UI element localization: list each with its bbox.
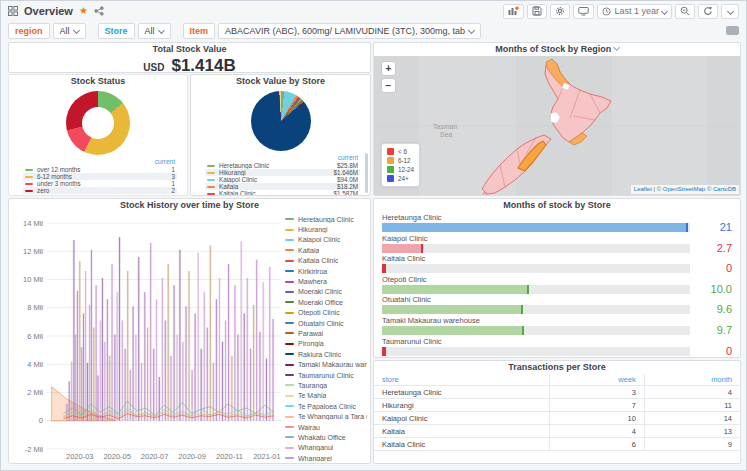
- legend-row[interactable]: under 3 months1: [23, 180, 177, 187]
- dashboard-settings-button[interactable]: [550, 4, 570, 19]
- panel-title[interactable]: Months of Stock by Region: [374, 43, 740, 56]
- series-legend-item[interactable]: Whangarei: [285, 453, 367, 461]
- share-icon[interactable]: [94, 2, 104, 20]
- stock-history-chart[interactable]: 14 Mil12 Mil10 Mil8 Mil6 Mil4 Mil2 Mil0-…: [9, 211, 289, 463]
- bar-gauge-store-label: Taumarunui Clinic: [382, 337, 732, 346]
- series-swatch: [285, 395, 294, 397]
- bar-gauge-value: 0: [698, 263, 732, 274]
- svg-text:2021-01: 2021-01: [253, 452, 281, 461]
- series-legend-item[interactable]: Hikurangi: [285, 224, 367, 234]
- series-legend-item[interactable]: Te Whanganui a Tara Clinic: [285, 411, 367, 421]
- refresh-interval-caret[interactable]: [721, 4, 739, 19]
- panel-title[interactable]: Stock Status: [9, 75, 187, 88]
- series-legend-item[interactable]: Kaitaia Clinic: [285, 256, 367, 266]
- table-header-row: store week month: [374, 374, 740, 386]
- series-legend-item[interactable]: Kaitaia: [285, 245, 367, 255]
- variable-item-select[interactable]: ABACAVIR (ABC), 600mg/ LAMIVUDINE (3TC),…: [218, 23, 481, 39]
- region-map[interactable]: Tasman Sea + − < 66-1212-2424+: [374, 56, 740, 195]
- legend-value: 3: [171, 173, 175, 180]
- svg-text:14 Mil: 14 Mil: [23, 219, 43, 228]
- panel-title[interactable]: Stock Value by Store: [191, 75, 370, 88]
- series-legend-item[interactable]: Kaiapoi Clinic: [285, 235, 367, 245]
- map-zoom-in-button[interactable]: +: [381, 61, 396, 76]
- favorite-star-icon[interactable]: ★: [79, 6, 88, 16]
- legend-row[interactable]: 6-12 months3: [23, 173, 177, 180]
- series-label: Tamaki Makaurau warehouse: [298, 361, 367, 368]
- series-legend-item[interactable]: Heretaunga Clinic: [285, 214, 367, 224]
- series-legend-item[interactable]: Taumarunui Clinic: [285, 370, 367, 380]
- time-range-picker[interactable]: Last 1 year: [597, 4, 672, 19]
- legend-row[interactable]: over 12 months1: [23, 166, 177, 173]
- series-legend-item[interactable]: Rakiura Clinic: [285, 349, 367, 359]
- bar-gauge-track: [382, 264, 690, 273]
- series-swatch: [285, 353, 294, 355]
- sidebar-collapse-icon[interactable]: [726, 26, 739, 35]
- series-legend-item[interactable]: Te Papaioea Clinic: [285, 401, 367, 411]
- variable-region-select[interactable]: All: [53, 23, 86, 39]
- series-swatch: [285, 301, 294, 303]
- stock-status-donut-chart[interactable]: [66, 91, 130, 155]
- series-legend-item[interactable]: Whanganui: [285, 443, 367, 453]
- legend-row[interactable]: zero2: [23, 187, 177, 194]
- series-legend-item[interactable]: Tamaki Makaurau warehouse: [285, 359, 367, 369]
- carto-link[interactable]: © CartoDB: [707, 186, 736, 192]
- legend-scrollbar[interactable]: [365, 153, 368, 193]
- dashboard-title[interactable]: Overview: [24, 5, 73, 17]
- legend-swatch: [25, 176, 33, 178]
- series-legend-item[interactable]: Whakatu Office: [285, 432, 367, 442]
- svg-text:6 Mil: 6 Mil: [27, 332, 43, 341]
- map-zoom-out-button[interactable]: −: [381, 78, 396, 93]
- legend-row[interactable]: Kaitaia$18.2M: [205, 183, 360, 190]
- series-legend-item[interactable]: Otepoti Clinic: [285, 308, 367, 318]
- add-panel-button[interactable]: [503, 4, 524, 19]
- series-legend-item[interactable]: Moeraki Office: [285, 297, 367, 307]
- column-header-store[interactable]: store: [374, 374, 550, 386]
- legend-label: Kaitaia Clinic: [219, 190, 333, 196]
- series-swatch: [285, 364, 294, 366]
- legend-value: 1: [171, 180, 175, 187]
- panel-title[interactable]: Transactions per Store: [374, 361, 740, 374]
- bar-gauge-store-label: Kaiapoi Clinic: [382, 234, 732, 243]
- series-swatch: [285, 239, 294, 241]
- series-legend-item[interactable]: Te Mahia: [285, 391, 367, 401]
- series-label: Kaitaia: [298, 247, 319, 254]
- leaflet-link[interactable]: Leaflet: [634, 186, 652, 192]
- panel-title[interactable]: Total Stock Value: [9, 43, 370, 56]
- cell-month: 4: [645, 386, 740, 399]
- series-legend-item[interactable]: Otuatahi Clinic: [285, 318, 367, 328]
- panel-title[interactable]: Months of stock by Store: [374, 199, 740, 212]
- series-legend-item[interactable]: Tauranga: [285, 380, 367, 390]
- legend-column-header[interactable]: current: [205, 154, 360, 162]
- variables-bar: region All Store All Item ABACAVIR (ABC)…: [8, 22, 739, 39]
- series-legend-item[interactable]: Parawai: [285, 328, 367, 338]
- variable-store-select[interactable]: All: [138, 23, 171, 39]
- series-legend-item[interactable]: Moeraki Clinic: [285, 287, 367, 297]
- legend-column-header[interactable]: current: [23, 158, 177, 166]
- stock-value-pie-chart[interactable]: [251, 91, 311, 151]
- legend-row[interactable]: Kaiapoi Clinic$94.0M: [205, 176, 360, 183]
- legend-label: Kaiapoi Clinic: [219, 176, 337, 183]
- series-legend-item[interactable]: Pirongia: [285, 339, 367, 349]
- stock-history-legend: Heretaunga ClinicHikurangiKaiapoi Clinic…: [285, 214, 367, 461]
- legend-row[interactable]: Heretaunga Clinic$25.8M: [205, 162, 360, 169]
- series-legend-item[interactable]: Mawhera: [285, 276, 367, 286]
- column-header-month[interactable]: month: [645, 374, 740, 386]
- table-row: Kaitaia413: [374, 425, 740, 438]
- legend-row[interactable]: Hikurangi$1.646M: [205, 169, 360, 176]
- zoom-out-button[interactable]: [675, 4, 695, 19]
- series-label: Otuatahi Clinic: [298, 320, 344, 327]
- refresh-button[interactable]: [698, 4, 718, 19]
- column-header-week[interactable]: week: [550, 374, 645, 386]
- legend-label: Heretaunga Clinic: [219, 162, 337, 169]
- map-legend-label: 24+: [398, 175, 409, 182]
- series-legend-item[interactable]: Wairau: [285, 422, 367, 432]
- bar-gauge-track: [382, 326, 690, 335]
- legend-row[interactable]: Kaitaia Clinic$1.587M: [205, 190, 360, 196]
- table-row: Kaiapoi Clinic1014: [374, 412, 740, 425]
- variable-store-label: Store: [98, 23, 135, 39]
- osm-link[interactable]: © OpenStreetMap: [657, 186, 705, 192]
- series-legend-item[interactable]: Kirikiriroa: [285, 266, 367, 276]
- tv-kiosk-button[interactable]: [573, 4, 594, 19]
- save-dashboard-button[interactable]: [527, 4, 547, 19]
- bar-gauge-row: Taumarunui Clinic0: [374, 337, 740, 358]
